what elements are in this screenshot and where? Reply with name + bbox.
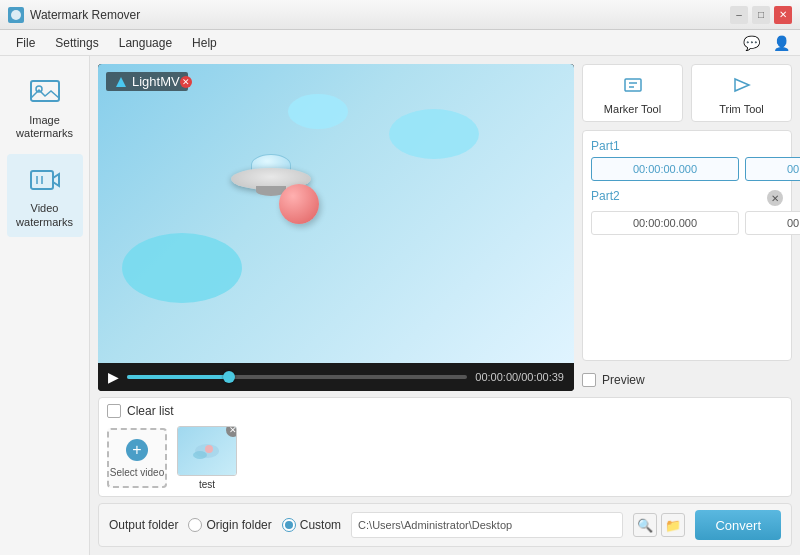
progress-track[interactable] (127, 375, 467, 379)
part2-end-input[interactable] (745, 211, 800, 235)
origin-folder-label: Origin folder (206, 518, 271, 532)
chat-icon[interactable]: 💬 (740, 32, 762, 54)
output-bar: Output folder Origin folder Custom 🔍 📁 C… (98, 503, 792, 547)
svg-point-0 (11, 10, 21, 20)
watermark-overlay: LightMV ✕ (106, 72, 188, 91)
menu-bar: File Settings Language Help 💬 👤 (0, 30, 800, 56)
maximize-button[interactable]: □ (752, 6, 770, 24)
svg-marker-7 (116, 77, 126, 87)
progress-thumb (223, 371, 235, 383)
close-button[interactable]: ✕ (774, 6, 792, 24)
app-title: Watermark Remover (30, 8, 140, 22)
select-video-label: Select video (110, 467, 164, 478)
minimize-button[interactable]: – (730, 6, 748, 24)
menu-help[interactable]: Help (184, 33, 225, 53)
part1-inputs (591, 157, 783, 181)
video-controls: ▶ 00:00:00/00:00:39 (98, 363, 574, 391)
part2-header: Part2 ✕ (591, 189, 783, 207)
app-icon (8, 7, 24, 23)
clear-list-row: Clear list (107, 404, 783, 418)
sidebar-item-video-watermarks[interactable]: Video watermarks (7, 154, 83, 236)
svg-point-13 (193, 451, 207, 459)
part1-start-input[interactable] (591, 157, 739, 181)
trim-tool-icon (728, 71, 756, 99)
file-list-area: Clear list + Select video (98, 397, 792, 497)
bottom-area: Clear list + Select video (98, 397, 792, 547)
trim-tool-label: Trim Tool (719, 103, 764, 115)
marker-tool-icon (619, 71, 647, 99)
convert-button[interactable]: Convert (695, 510, 781, 540)
thumb-image[interactable]: ✕ (177, 426, 237, 476)
custom-folder-option[interactable]: Custom (282, 518, 341, 532)
title-bar: Watermark Remover – □ ✕ (0, 0, 800, 30)
svg-point-14 (205, 445, 213, 453)
origin-folder-option[interactable]: Origin folder (188, 518, 271, 532)
sidebar: Image watermarks Video watermarks (0, 56, 90, 555)
search-path-btn[interactable]: 🔍 (633, 513, 657, 537)
parts-panel: Part1 Part2 ✕ (582, 130, 792, 361)
menu-language[interactable]: Language (111, 33, 180, 53)
preview-label: Preview (602, 373, 645, 387)
trim-tool-btn[interactable]: Trim Tool (691, 64, 792, 122)
part1-label: Part1 (591, 139, 783, 153)
main-layout: Image watermarks Video watermarks (0, 56, 800, 555)
cloud-decoration-3 (288, 94, 348, 129)
sidebar-label-image: Image watermarks (11, 114, 79, 140)
user-icon[interactable]: 👤 (770, 32, 792, 54)
right-panel: Marker Tool Trim Tool (582, 64, 792, 391)
time-display: 00:00:00/00:00:39 (475, 371, 564, 383)
content-area: LightMV ✕ ▶ 00:00:00/00:00:39 (90, 56, 800, 555)
thumb-name: test (199, 479, 215, 490)
cloud-decoration-1 (122, 233, 242, 303)
watermark-remove-btn[interactable]: ✕ (180, 76, 192, 88)
video-content: LightMV ✕ (98, 64, 574, 363)
svg-rect-8 (625, 79, 641, 91)
output-folder-label: Output folder (109, 518, 178, 532)
output-path-input[interactable] (351, 512, 623, 538)
marker-tool-btn[interactable]: Marker Tool (582, 64, 683, 122)
video-watermarks-icon (27, 162, 63, 198)
add-icon: + (126, 439, 148, 461)
path-icons: 🔍 📁 (633, 513, 685, 537)
menu-right: 💬 👤 (740, 32, 792, 54)
preview-row: Preview (582, 369, 792, 391)
image-watermarks-icon (27, 74, 63, 110)
part2-start-input[interactable] (591, 211, 739, 235)
tool-buttons: Marker Tool Trim Tool (582, 64, 792, 122)
clear-list-label: Clear list (127, 404, 174, 418)
progress-fill (127, 375, 229, 379)
origin-folder-radio[interactable] (188, 518, 202, 532)
add-video-button[interactable]: + Select video (107, 428, 167, 488)
part1-end-input[interactable] (745, 157, 800, 181)
cloud-decoration-2 (389, 109, 479, 159)
browse-folder-btn[interactable]: 📁 (661, 513, 685, 537)
thumbnails-row: + Select video ✕ (107, 426, 783, 490)
custom-folder-label: Custom (300, 518, 341, 532)
play-button[interactable]: ▶ (108, 369, 119, 385)
video-screen: LightMV ✕ (98, 64, 574, 363)
thumb-remove-btn[interactable]: ✕ (226, 426, 237, 437)
part1-row: Part1 (591, 139, 783, 181)
title-bar-left: Watermark Remover (8, 7, 140, 23)
sidebar-item-image-watermarks[interactable]: Image watermarks (7, 66, 83, 148)
planet-graphic (279, 184, 319, 224)
custom-folder-radio[interactable] (282, 518, 296, 532)
video-thumbnail: ✕ test (177, 426, 237, 490)
menu-file[interactable]: File (8, 33, 43, 53)
clear-list-checkbox[interactable] (107, 404, 121, 418)
preview-checkbox[interactable] (582, 373, 596, 387)
part2-delete-btn[interactable]: ✕ (767, 190, 783, 206)
part2-row: Part2 ✕ (591, 189, 783, 235)
video-container: LightMV ✕ ▶ 00:00:00/00:00:39 (98, 64, 574, 391)
sidebar-label-video: Video watermarks (11, 202, 79, 228)
top-section: LightMV ✕ ▶ 00:00:00/00:00:39 (98, 64, 792, 391)
marker-tool-label: Marker Tool (604, 103, 661, 115)
part2-inputs (591, 211, 783, 235)
svg-marker-11 (735, 79, 749, 91)
svg-rect-1 (31, 81, 59, 101)
part2-label: Part2 (591, 189, 620, 203)
menu-settings[interactable]: Settings (47, 33, 106, 53)
title-bar-controls: – □ ✕ (730, 6, 792, 24)
watermark-text: LightMV (132, 74, 180, 89)
